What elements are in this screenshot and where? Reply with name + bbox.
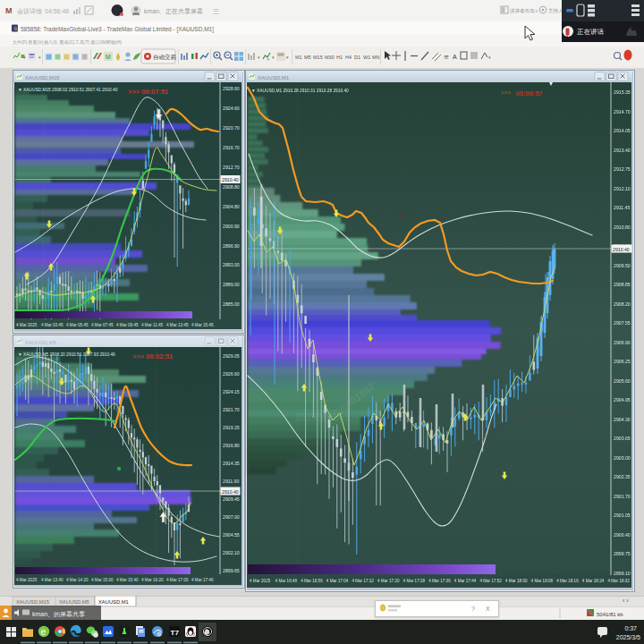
svg-text:三: 三 xyxy=(213,8,219,14)
svg-text:M5: M5 xyxy=(304,55,311,60)
svg-text:04:56:48: 04:56:48 xyxy=(45,8,69,14)
svg-text:∨: ∨ xyxy=(535,8,538,13)
svg-text:2025/3/5: 2025/3/5 xyxy=(616,634,640,640)
svg-text:X: X xyxy=(486,606,490,612)
svg-text:▾: ▾ xyxy=(272,55,275,60)
svg-text:?: ? xyxy=(471,606,475,612)
svg-text:XAUUSD,M1: XAUUSD,M1 xyxy=(258,75,290,80)
svg-text:XAUUSD,M15: XAUUSD,M15 xyxy=(25,75,60,80)
svg-text:插入(I): 插入(I) xyxy=(44,39,57,46)
svg-text:≋: ≋ xyxy=(13,26,18,31)
svg-text:正在讲话: 正在讲话 xyxy=(577,28,605,36)
svg-text:会议详情: 会议详情 xyxy=(17,7,42,15)
svg-text:‹ ›: ‹ › xyxy=(623,597,629,604)
svg-text:kman、正在共享屏幕: kman、正在共享屏幕 xyxy=(144,8,203,15)
svg-text:D1: D1 xyxy=(354,55,360,60)
svg-text:H1: H1 xyxy=(336,55,343,60)
svg-text:5041/81 kb: 5041/81 kb xyxy=(597,612,623,617)
svg-text:T7: T7 xyxy=(171,629,180,637)
svg-text:M15: M15 xyxy=(313,55,323,60)
svg-text:MN: MN xyxy=(372,55,380,60)
svg-text:图表(C): 图表(C) xyxy=(60,39,75,46)
svg-text:▾: ▾ xyxy=(23,55,26,60)
svg-text:M30: M30 xyxy=(325,55,335,60)
svg-text:H4: H4 xyxy=(345,55,352,60)
svg-text:M1: M1 xyxy=(295,55,302,60)
svg-text:0:37: 0:37 xyxy=(624,625,637,631)
svg-text:M: M xyxy=(106,54,111,60)
svg-text:▾: ▾ xyxy=(258,55,260,60)
svg-text:M: M xyxy=(5,6,13,15)
svg-text:文件(F): 文件(F) xyxy=(13,39,28,45)
svg-text:+: + xyxy=(267,56,270,62)
svg-text:XAUUSD,M5: XAUUSD,M5 xyxy=(25,340,57,345)
svg-text:▾: ▾ xyxy=(488,55,491,60)
svg-text:帮助(H): 帮助(H) xyxy=(106,39,122,46)
svg-text:工具(T): 工具(T) xyxy=(75,39,90,45)
svg-text:自动交易: 自动交易 xyxy=(153,54,177,61)
svg-text:演讲者布局: 演讲者布局 xyxy=(509,8,535,14)
svg-text:XAUUSD,M15: XAUUSD,M15 xyxy=(16,599,49,605)
svg-text:kman、的屏幕共享: kman、的屏幕共享 xyxy=(32,611,85,618)
svg-text:e: e xyxy=(41,627,47,637)
svg-text:W1: W1 xyxy=(363,55,370,60)
svg-text:585858: TradeMaxGlobal-Live3 -: 585858: TradeMaxGlobal-Live3 - TradeMax … xyxy=(21,26,214,33)
svg-text:≋: ≋ xyxy=(444,54,449,60)
svg-text:A: A xyxy=(453,54,457,60)
svg-text:窗口(W): 窗口(W) xyxy=(91,39,107,46)
svg-text:XAUUSD,M1: XAUUSD,M1 xyxy=(98,599,129,605)
svg-text:▾: ▾ xyxy=(286,55,289,60)
svg-text:XAUUSD,M5: XAUUSD,M5 xyxy=(59,599,89,605)
svg-text:查看(V): 查看(V) xyxy=(29,39,44,45)
svg-text:▾: ▾ xyxy=(38,55,41,60)
